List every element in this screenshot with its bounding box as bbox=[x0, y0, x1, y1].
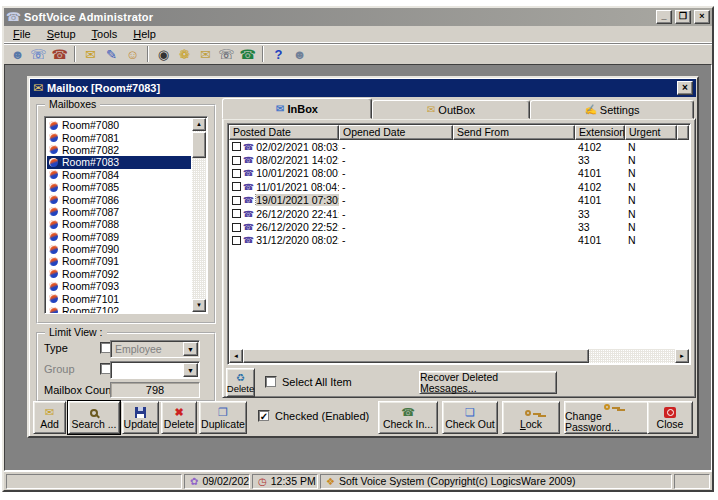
agent-icon[interactable]: ☻ bbox=[8, 46, 27, 63]
message-row[interactable]: ☎10/01/2021 08:00:05-4101N bbox=[229, 167, 689, 180]
minimize-button[interactable]: _ bbox=[656, 10, 672, 24]
message-checkbox[interactable] bbox=[232, 182, 241, 191]
select-all-checkbox[interactable] bbox=[265, 376, 277, 388]
column-urgent[interactable]: Urgent bbox=[625, 125, 677, 140]
message-listview: Posted Date Opened Date Send From Extens… bbox=[227, 123, 691, 365]
message-row[interactable]: ☎02/02/2021 08:03:57-4102N bbox=[229, 140, 689, 153]
menu-file[interactable]: File bbox=[6, 27, 38, 41]
handset-icon[interactable]: ☏ bbox=[217, 46, 236, 63]
scroll-up-icon[interactable]: ▲ bbox=[192, 118, 206, 131]
message-checkbox[interactable] bbox=[232, 209, 241, 218]
restore-button[interactable]: ❐ bbox=[675, 10, 691, 24]
mailbox-scrollbar[interactable]: ▲ ▼ bbox=[192, 118, 206, 312]
column-extension[interactable]: Extension bbox=[575, 125, 625, 140]
search-icon bbox=[90, 409, 98, 417]
mailbox-list-item[interactable]: Room#7102 bbox=[47, 305, 191, 313]
mail-folder-icon[interactable]: ✉ bbox=[196, 46, 215, 63]
update-label: Update bbox=[124, 419, 158, 430]
edit-document-icon[interactable]: ✎ bbox=[102, 46, 121, 63]
mailbox-list-item[interactable]: Room#7101 bbox=[47, 292, 191, 304]
lock-button[interactable]: Lock bbox=[502, 401, 560, 434]
message-phone-icon: ☎ bbox=[243, 182, 254, 192]
hscroll-thumb[interactable] bbox=[243, 349, 589, 363]
message-row[interactable]: ☎11/01/2021 08:04:04-4102N bbox=[229, 180, 689, 193]
phone-red-icon[interactable]: ☎ bbox=[50, 46, 69, 63]
tab-settings[interactable]: ✍ Settings bbox=[530, 100, 694, 119]
checked-enabled-checkbox[interactable]: ✓ bbox=[258, 410, 270, 422]
dialog-titlebar: ✉ Mailbox [Room#7083] × bbox=[30, 79, 696, 97]
mailbox-item-label: Room#7083 bbox=[62, 156, 119, 168]
mailbox-sphere-icon bbox=[49, 257, 58, 266]
check-out-button[interactable]: ❏ Check Out bbox=[442, 401, 498, 434]
user-group-icon[interactable]: ☺ bbox=[123, 46, 142, 63]
column-send-from[interactable]: Send From bbox=[453, 125, 575, 140]
menu-setup[interactable]: Setup bbox=[40, 27, 83, 41]
tab-outbox[interactable]: ✉ OutBox bbox=[372, 100, 530, 119]
limit-view-group: Limit View : Type Employee ▼ Group bbox=[36, 332, 216, 402]
menu-tools[interactable]: Tools bbox=[85, 27, 125, 41]
mailbox-list-item[interactable]: Room#7085 bbox=[47, 181, 191, 193]
menu-help[interactable]: Help bbox=[126, 27, 163, 41]
recover-deleted-button[interactable]: Recover Deleted Messages... bbox=[419, 371, 557, 394]
close-dialog-button[interactable]: Close bbox=[647, 401, 693, 434]
type-combobox[interactable]: Employee ▼ bbox=[110, 340, 200, 358]
bee-icon[interactable]: ❁ bbox=[175, 46, 194, 63]
user-info-icon[interactable]: ☻ bbox=[290, 46, 309, 63]
message-checkbox[interactable] bbox=[232, 142, 241, 151]
save-icon bbox=[135, 407, 146, 418]
message-row[interactable]: ☎26/12/2020 22:52:56-33N bbox=[229, 220, 689, 233]
add-button[interactable]: ✉ Add bbox=[33, 401, 66, 434]
mailbox-list-item[interactable]: Room#7082 bbox=[47, 144, 191, 156]
mailbox-list-item[interactable]: Room#7087 bbox=[47, 206, 191, 218]
mailbox-list-item[interactable]: Room#7081 bbox=[47, 131, 191, 143]
recorder-icon[interactable]: ◉ bbox=[154, 46, 173, 63]
group-dropdown-icon[interactable]: ▼ bbox=[183, 363, 198, 377]
mailbox-count-label: Mailbox Count bbox=[44, 384, 114, 396]
message-row[interactable]: ☎26/12/2020 22:41:25-33N bbox=[229, 207, 689, 220]
duplicate-button[interactable]: ❐ Duplicate bbox=[199, 401, 247, 434]
group-combobox[interactable]: ▼ bbox=[110, 361, 200, 379]
message-checkbox[interactable] bbox=[232, 156, 241, 165]
mailbox-sphere-icon bbox=[49, 195, 58, 204]
search-button[interactable]: Search ... bbox=[68, 401, 120, 434]
update-button[interactable]: Update bbox=[122, 401, 159, 434]
mailbox-list-item[interactable]: Room#7091 bbox=[47, 255, 191, 267]
mailbox-list-item[interactable]: Room#7086 bbox=[47, 193, 191, 205]
horizontal-scrollbar[interactable]: ◄ ► bbox=[229, 349, 689, 363]
message-checkbox[interactable] bbox=[232, 236, 241, 245]
mailbox-list-item[interactable]: Room#7089 bbox=[47, 231, 191, 243]
message-row[interactable]: ☎08/02/2021 14:02:39-33N bbox=[229, 153, 689, 166]
mailbox-list-item[interactable]: Room#7088 bbox=[47, 218, 191, 230]
scroll-left-icon[interactable]: ◄ bbox=[229, 349, 243, 363]
mailbox-list-item[interactable]: Room#7090 bbox=[47, 243, 191, 255]
scroll-thumb[interactable] bbox=[192, 132, 206, 158]
close-button[interactable]: × bbox=[694, 10, 710, 24]
delete-message-button[interactable]: ♻ Delete bbox=[226, 368, 255, 397]
message-row[interactable]: ☎31/12/2020 08:02:14-4101N bbox=[229, 234, 689, 247]
message-checkbox[interactable] bbox=[232, 223, 241, 232]
column-opened-date[interactable]: Opened Date bbox=[339, 125, 453, 140]
message-checkbox[interactable] bbox=[232, 169, 241, 178]
delete-button[interactable]: ✖ Delete bbox=[161, 401, 197, 434]
mailbox-list-item[interactable]: Room#7092 bbox=[47, 268, 191, 280]
mailbox-list-item[interactable]: Room#7093 bbox=[47, 280, 191, 292]
change-password-button[interactable]: Change Password... bbox=[564, 401, 656, 434]
dialog-close-button[interactable]: × bbox=[677, 81, 693, 95]
message-row[interactable]: ☎19/01/2021 07:30:06-4101N bbox=[229, 194, 689, 207]
type-dropdown-icon[interactable]: ▼ bbox=[183, 342, 198, 356]
mailbox-list-item[interactable]: Room#7083 bbox=[47, 156, 191, 168]
posted-date-value: 19/01/2021 07:30:06 bbox=[256, 194, 339, 206]
scroll-down-icon[interactable]: ▼ bbox=[192, 299, 206, 312]
scroll-right-icon[interactable]: ► bbox=[675, 349, 689, 363]
phone-call-icon[interactable]: ☎ bbox=[238, 46, 257, 63]
mailbox-list-item[interactable]: Room#7080 bbox=[47, 119, 191, 131]
folder-open-icon[interactable]: ✉ bbox=[81, 46, 100, 63]
phone-user-icon[interactable]: ☏ bbox=[29, 46, 48, 63]
help-icon[interactable]: ? bbox=[269, 46, 288, 63]
mailbox-list-item[interactable]: Room#7084 bbox=[47, 169, 191, 181]
message-checkbox[interactable] bbox=[232, 196, 241, 205]
check-in-button[interactable]: ☎ Check In... bbox=[378, 401, 438, 434]
delete-label: Delete bbox=[164, 419, 194, 430]
column-posted-date[interactable]: Posted Date bbox=[229, 125, 339, 140]
tab-inbox[interactable]: ✉ InBox bbox=[222, 98, 372, 119]
